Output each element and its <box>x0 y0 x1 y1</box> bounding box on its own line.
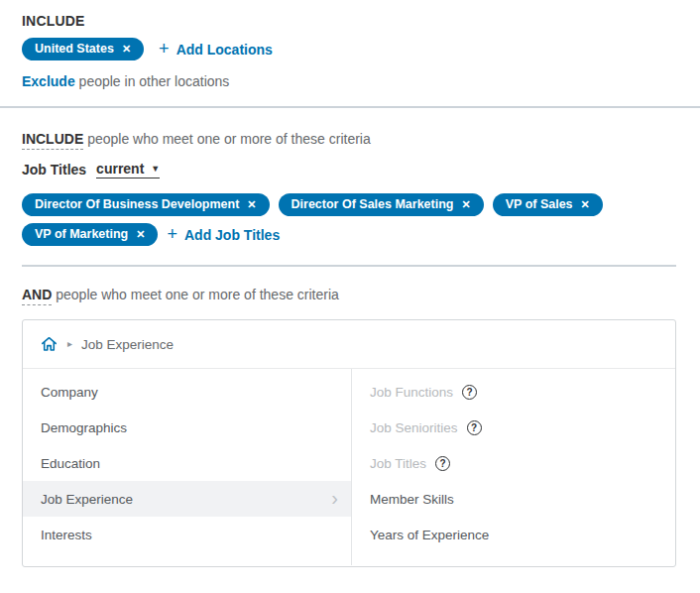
chevron-down-icon: ▼ <box>151 165 160 174</box>
pill-label: United States <box>35 42 114 56</box>
breadcrumb-current-label: Job Experience <box>81 337 174 352</box>
breadcrumb-separator-icon: ▸ <box>67 339 72 349</box>
location-pill-row: United States ✕ + Add Locations <box>22 38 676 60</box>
pill-united-states: United States ✕ <box>22 38 144 60</box>
job-titles-filter-section: INCLUDE people who meet one or more of t… <box>0 108 700 267</box>
remove-job-title-icon[interactable]: ✕ <box>136 229 145 240</box>
job-titles-field-label: Job Titles <box>22 162 86 178</box>
remove-location-icon[interactable]: ✕ <box>122 44 131 55</box>
category-column: Company Demographics Education Job Exper… <box>23 369 352 565</box>
attribute-item-job-seniorities: Job Seniorities ? <box>352 410 675 445</box>
picker-body: Company Demographics Education Job Exper… <box>23 369 675 565</box>
help-icon[interactable]: ? <box>435 456 450 471</box>
category-item-interests[interactable]: Interests <box>23 517 351 552</box>
remove-job-title-icon[interactable]: ✕ <box>461 199 470 210</box>
pill-director-of-business-development: Director Of Business Development ✕ <box>22 193 270 216</box>
chevron-right-icon: › <box>331 488 338 508</box>
pill-vp-of-sales: VP of Sales ✕ <box>493 193 603 216</box>
include-operator-suffix: people who meet one or more of these cri… <box>87 131 371 147</box>
and-operator-line: AND people who meet one or more of these… <box>22 287 676 302</box>
attribute-column: Job Functions ? Job Seniorities ? Job Ti… <box>352 369 675 565</box>
picker-breadcrumb: ▸ Job Experience <box>23 320 675 369</box>
include-operator-toggle[interactable]: INCLUDE <box>22 131 83 150</box>
category-item-company[interactable]: Company <box>23 374 351 410</box>
location-filter-section: INCLUDE United States ✕ + Add Locations … <box>0 0 700 89</box>
help-icon[interactable]: ? <box>467 420 482 435</box>
exclude-locations-link[interactable]: Exclude <box>22 73 75 89</box>
attribute-item-years-of-experience[interactable]: Years of Experience <box>352 517 675 552</box>
category-item-job-experience[interactable]: Job Experience › <box>23 481 351 517</box>
home-icon[interactable] <box>40 335 58 353</box>
attribute-item-job-functions: Job Functions ? <box>352 374 675 410</box>
scope-dropdown[interactable]: current ▼ <box>96 161 160 178</box>
pill-label: Director Of Sales Marketing <box>292 197 454 211</box>
help-icon[interactable]: ? <box>462 385 477 400</box>
include-locations-header: INCLUDE <box>22 13 676 29</box>
scope-dropdown-value: current <box>96 161 144 177</box>
include-operator-line: INCLUDE people who meet one or more of t… <box>22 131 676 147</box>
attribute-item-member-skills[interactable]: Member Skills <box>352 481 675 517</box>
job-title-pills: Director Of Business Development ✕ Direc… <box>22 193 637 246</box>
and-operator-suffix: people who meet one or more of these cri… <box>56 287 339 302</box>
add-locations-label: Add Locations <box>176 42 273 58</box>
and-operator-toggle[interactable]: AND <box>22 287 52 305</box>
add-locations-button[interactable]: + Add Locations <box>159 41 273 58</box>
pill-label: Director Of Business Development <box>35 197 239 211</box>
category-item-education[interactable]: Education <box>23 445 351 481</box>
attribute-picker-panel: ▸ Job Experience Company Demographics Ed… <box>22 319 676 567</box>
attribute-item-job-titles: Job Titles ? <box>352 445 675 481</box>
add-job-titles-button[interactable]: + Add Job Titles <box>167 226 280 243</box>
plus-icon: + <box>167 225 177 243</box>
remove-job-title-icon[interactable]: ✕ <box>581 199 590 210</box>
remove-job-title-icon[interactable]: ✕ <box>247 199 256 210</box>
pill-label: VP of Marketing <box>35 227 128 241</box>
pill-director-of-sales-marketing: Director Of Sales Marketing ✕ <box>279 193 484 216</box>
exclude-locations-suffix: people in other locations <box>79 73 230 89</box>
plus-icon: + <box>159 40 170 58</box>
exclude-locations-line: Exclude people in other locations <box>22 73 676 89</box>
pill-label: VP of Sales <box>506 197 573 211</box>
category-item-demographics[interactable]: Demographics <box>23 410 351 445</box>
add-job-titles-label: Add Job Titles <box>184 227 280 243</box>
and-filter-section: AND people who meet one or more of these… <box>0 267 700 567</box>
pill-vp-of-marketing: VP of Marketing ✕ <box>22 223 158 246</box>
job-titles-field-line: Job Titles current ▼ <box>22 161 676 178</box>
